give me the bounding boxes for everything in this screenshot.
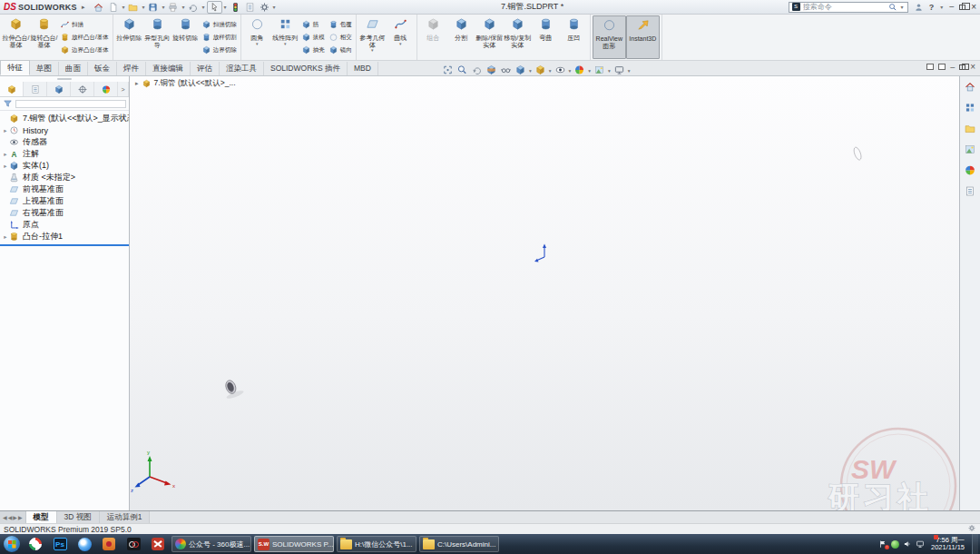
open-caret-icon[interactable]: ▾ (142, 4, 144, 10)
tab-sheet-metal[interactable]: 钣金 (88, 62, 117, 75)
refgeo-caret-icon[interactable]: ▾ (371, 48, 374, 52)
tree-item-solid-bodies[interactable]: ▸实体(1) (0, 160, 129, 172)
last-tab-icon[interactable]: ▶ (18, 514, 23, 520)
file-properties-icon[interactable] (243, 1, 257, 14)
volume-icon[interactable] (903, 539, 912, 549)
rollback-bar[interactable] (0, 244, 129, 246)
instant3d-button[interactable]: Instant3D (626, 15, 660, 59)
tab-motion-study[interactable]: 运动算例1 (100, 511, 151, 523)
tree-item-material[interactable]: 材质 <未指定> (0, 172, 129, 183)
tree-item-origin[interactable]: 原点 (0, 219, 129, 231)
linear-pattern-button[interactable]: 线性阵列 ▾ (271, 15, 299, 59)
tree-filter[interactable] (0, 97, 129, 111)
tab-surfaces[interactable]: 曲面 (59, 62, 88, 75)
display-style-caret-icon[interactable]: ▾ (549, 68, 552, 74)
design-library-icon[interactable] (964, 101, 976, 117)
flex-button[interactable]: 弯曲 (532, 15, 560, 59)
tree-item-part[interactable]: 7.铜管 (默认<<默认>_显示状态 1>) (0, 113, 129, 124)
select-caret-icon[interactable]: ▾ (224, 4, 227, 10)
expand-tabs-icon[interactable]: > (118, 82, 129, 96)
image-viewer-icon[interactable] (98, 535, 120, 553)
indent-button[interactable]: 压凹 (560, 15, 588, 59)
dimxpertmanager-tab-icon[interactable] (71, 82, 94, 96)
antivirus-tray-icon[interactable] (891, 540, 899, 549)
tree-item-front-plane[interactable]: 前视基准面 (0, 183, 129, 195)
close-doc-icon[interactable]: × (970, 63, 975, 71)
open-icon[interactable] (126, 1, 140, 14)
curves-button[interactable]: 曲线 ▾ (387, 15, 415, 59)
tree-item-sensors[interactable]: 传感器 (0, 136, 129, 148)
hole-wizard-button[interactable]: 异型孔向导 (143, 15, 172, 59)
propertymanager-tab-icon[interactable] (24, 82, 47, 96)
displaymanager-tab-icon[interactable] (94, 82, 118, 96)
restore-button[interactable] (959, 5, 965, 10)
tab-features[interactable]: 特征 (0, 60, 30, 75)
taskbar-window-browser[interactable]: 公众号 - 360极速... (172, 536, 251, 552)
save-caret-icon[interactable]: ▾ (162, 4, 164, 10)
boundary-cut-button[interactable]: 边界切除 (201, 45, 237, 56)
undo-icon[interactable] (186, 1, 200, 14)
tree-item-boss-extrude[interactable]: ▸凸台-拉伸1 (0, 231, 129, 242)
breadcrumb[interactable]: ▸ 7.铜管 (默认<<默认>_... (135, 78, 236, 89)
taskbar-window-solidworks[interactable]: S.W SOLIDWORKS P... (254, 536, 334, 552)
tab-evaluate[interactable]: 评估 (191, 62, 220, 75)
help-button[interactable]: ? (929, 3, 935, 12)
tab-mbd[interactable]: MBD (348, 62, 378, 75)
hide-show-caret-icon[interactable]: ▾ (569, 68, 572, 74)
photoshop-icon[interactable]: Ps (49, 535, 71, 553)
boundary-boss-button[interactable]: 边界凸台/基体 (60, 45, 109, 56)
file-explorer-icon[interactable] (964, 122, 976, 138)
save-icon[interactable] (146, 1, 160, 14)
mirror-button[interactable]: 镜向 (328, 45, 352, 56)
breadcrumb-arrow-icon[interactable]: ▸ (135, 80, 139, 87)
tab-weldments[interactable]: 焊件 (117, 62, 146, 75)
configurationmanager-tab-icon[interactable] (47, 82, 71, 96)
split-button[interactable]: 分割 (447, 15, 475, 59)
tree-item-history[interactable]: ▸History (0, 124, 129, 136)
tree-item-top-plane[interactable]: 上视基准面 (0, 195, 129, 207)
taskbar-window-folder-c[interactable]: C:\Users\Admini... (419, 536, 499, 552)
model-scene[interactable]: SW 研习社 (130, 76, 959, 510)
scene-caret-icon[interactable]: ▾ (608, 68, 611, 74)
show-desktop-button[interactable] (972, 534, 978, 554)
360-browser-icon[interactable] (74, 535, 95, 553)
appearances-scenes-icon[interactable] (964, 163, 976, 180)
undo-caret-icon[interactable]: ▾ (201, 4, 204, 10)
tree-item-right-plane[interactable]: 右视基准面 (0, 207, 129, 219)
cascade-window-icon[interactable] (938, 64, 946, 70)
extruded-boss-button[interactable]: 拉伸凸台/基体 (2, 15, 30, 59)
appearance-caret-icon[interactable]: ▾ (588, 68, 591, 74)
command-search-box[interactable]: S 搜索命令 ▾ (789, 2, 908, 13)
search-icon[interactable] (888, 3, 897, 12)
view-palette-icon[interactable] (964, 143, 976, 159)
tab-direct-editing[interactable]: 直接编辑 (146, 62, 191, 75)
view-settings-caret-icon[interactable]: ▾ (628, 68, 631, 74)
extruded-cut-button[interactable]: 拉伸切除 (115, 15, 143, 59)
new-caret-icon[interactable]: ▾ (122, 4, 124, 10)
filter-input[interactable] (15, 100, 126, 108)
fillet-caret-icon[interactable]: ▾ (256, 42, 259, 45)
options-caret-icon[interactable]: ▾ (273, 4, 276, 10)
shell-button[interactable]: 抽壳 (301, 45, 325, 56)
first-tab-icon[interactable]: ◀ (3, 514, 7, 520)
move-copy-body-button[interactable]: 移动/复制实体 (504, 15, 532, 59)
user-account-icon[interactable] (914, 3, 924, 12)
tab-render-tools[interactable]: 渲染工具 (220, 62, 264, 75)
screenshot-tool-icon[interactable] (147, 535, 169, 553)
360-safety-icon[interactable] (24, 535, 46, 553)
realview-graphics-button[interactable]: RealView图形 (593, 15, 626, 59)
next-tab-icon[interactable]: ▶ (13, 514, 17, 520)
graphics-viewport[interactable]: ▸ 7.铜管 (默认<<默认>_... SW 研习社 (130, 76, 960, 510)
taskbar-window-folder-h[interactable]: H:\微信公众号\1... (337, 536, 416, 552)
menu-expand-icon[interactable]: ▸ (82, 4, 85, 11)
start-icon[interactable] (4, 536, 20, 552)
media-player-icon[interactable] (122, 535, 144, 553)
new-window-icon[interactable] (926, 64, 934, 70)
new-document-icon[interactable] (106, 1, 120, 14)
close-button[interactable]: × (971, 2, 976, 12)
curves-caret-icon[interactable]: ▾ (399, 42, 402, 45)
fillet-button[interactable]: 圆角 ▾ (243, 15, 271, 59)
revolved-boss-button[interactable]: 旋转凸台/基体 (30, 15, 58, 59)
minimize-button[interactable]: – (949, 3, 954, 11)
rebuild-traffic-light-icon[interactable] (229, 1, 242, 14)
